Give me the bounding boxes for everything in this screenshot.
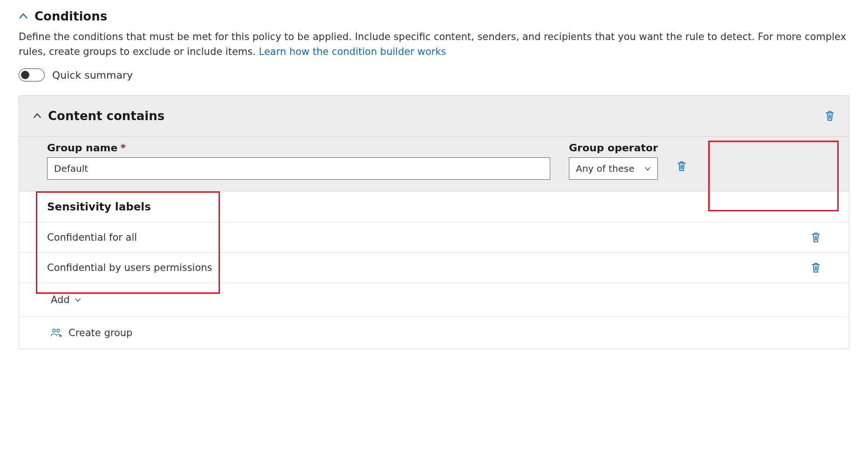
quick-summary-toggle[interactable] xyxy=(19,68,45,81)
quick-summary-label: Quick summary xyxy=(52,69,133,81)
delete-label-button[interactable] xyxy=(811,262,821,273)
conditions-title: Conditions xyxy=(34,9,107,23)
conditions-description: Define the conditions that must be met f… xyxy=(19,30,849,59)
content-contains-panel: Content contains Group name * Group oper… xyxy=(19,95,849,349)
add-row: Add xyxy=(19,283,849,317)
delete-group-button[interactable] xyxy=(677,161,687,172)
add-button[interactable]: Add xyxy=(47,294,81,305)
group-operator-value: Any of these xyxy=(576,163,635,174)
svg-point-1 xyxy=(57,329,60,332)
chevron-up-icon xyxy=(19,12,28,21)
create-group-button[interactable]: Create group xyxy=(47,327,132,338)
group-operator-select[interactable]: Any of these xyxy=(569,157,658,180)
required-asterisk: * xyxy=(120,142,126,154)
content-contains-expander[interactable]: Content contains xyxy=(33,109,164,123)
list-item: Confidential by users permissions xyxy=(19,253,849,283)
content-contains-title: Content contains xyxy=(48,109,164,123)
sensitivity-labels-title: Sensitivity labels xyxy=(47,201,151,213)
svg-point-0 xyxy=(53,329,55,332)
list-item: Confidential for all xyxy=(19,223,849,253)
sensitivity-label-name: Confidential for all xyxy=(47,232,137,243)
group-name-label-text: Group name xyxy=(47,142,117,154)
chevron-down-icon xyxy=(75,297,81,303)
group-settings-row: Group name * Group operator Any of these xyxy=(19,136,849,191)
sensitivity-label-name: Confidential by users permissions xyxy=(47,262,212,273)
toggle-knob xyxy=(21,71,29,79)
create-group-label: Create group xyxy=(68,327,132,338)
delete-label-button[interactable] xyxy=(811,232,821,243)
learn-conditions-link[interactable]: Learn how the condition builder works xyxy=(259,46,446,57)
add-label: Add xyxy=(51,294,70,305)
chevron-down-icon xyxy=(644,165,651,172)
people-add-icon xyxy=(51,328,63,338)
chevron-up-icon xyxy=(33,112,41,120)
group-name-input[interactable] xyxy=(47,157,550,180)
conditions-expander[interactable]: Conditions xyxy=(19,9,849,23)
sensitivity-labels-header-row: Sensitivity labels xyxy=(19,191,849,223)
delete-condition-button[interactable] xyxy=(825,110,835,122)
group-operator-label: Group operator xyxy=(569,142,658,154)
group-name-label: Group name * xyxy=(47,142,550,154)
create-group-row: Create group xyxy=(19,317,849,349)
